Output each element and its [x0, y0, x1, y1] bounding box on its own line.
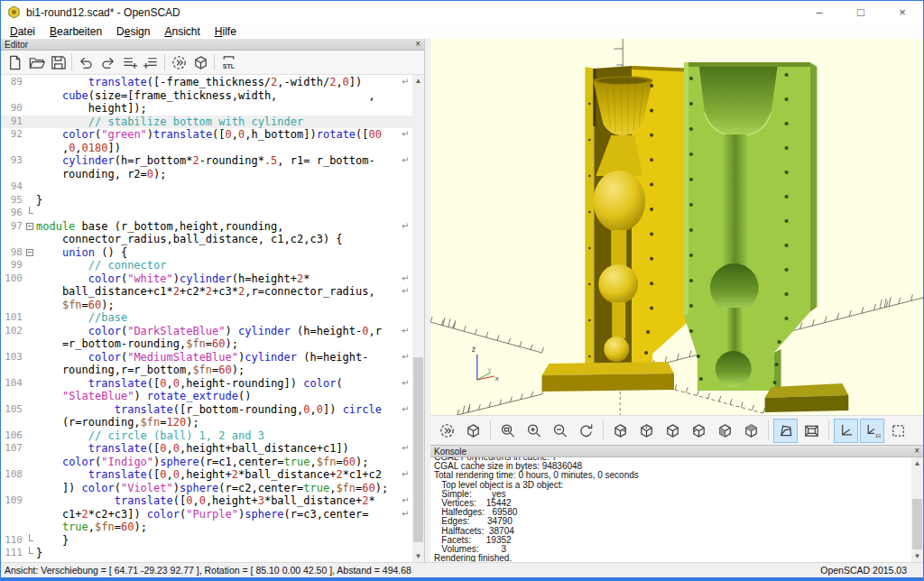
minimize-button[interactable]: – — [799, 1, 840, 23]
menu-design[interactable]: Design — [109, 25, 157, 38]
editor-panel-title: Editor — [5, 40, 28, 50]
right-column: z y x 10 Konsole × CGAL Polyhedrons in c… — [430, 39, 923, 562]
console-scroll-thumb[interactable] — [912, 499, 922, 549]
undo-button[interactable] — [75, 51, 97, 73]
editor-panel-header[interactable]: Editor × — [1, 39, 424, 51]
viewport-3d[interactable]: z y x — [430, 39, 923, 415]
zoom-in-button[interactable] — [522, 419, 546, 443]
view-bottom-button[interactable] — [661, 419, 685, 443]
zoom-out-button[interactable] — [548, 419, 572, 443]
editor-scroll-thumb[interactable] — [413, 357, 423, 542]
viewport-scene: z y x — [430, 39, 923, 415]
indent-button[interactable] — [140, 51, 162, 73]
scroll-up-icon[interactable]: ▲ — [911, 457, 923, 469]
render-button[interactable] — [461, 419, 485, 443]
menu-bearbeiten[interactable]: Bearbeiten — [42, 25, 109, 38]
maximize-button[interactable]: □ — [840, 1, 882, 23]
toolbar-separator — [828, 420, 829, 440]
wrap-indicator-icon — [402, 299, 412, 312]
view-front-button[interactable] — [713, 419, 737, 443]
fold-marker-icon[interactable]: − — [26, 249, 33, 256]
view-left-button[interactable] — [687, 419, 711, 443]
console-panel-header[interactable]: Konsole × — [430, 446, 923, 457]
reset-view-button[interactable] — [574, 419, 598, 443]
console-output[interactable]: CGAL Polyhedrons in cache: 7CGAL cache s… — [430, 457, 923, 562]
close-button[interactable]: × — [882, 1, 923, 23]
status-version: OpenSCAD 2015.03 — [820, 565, 919, 576]
preview-button[interactable] — [435, 419, 459, 443]
titlebar[interactable]: bi1-round12.scad* - OpenSCAD – □ × — [1, 1, 923, 23]
code-editor[interactable]: 89 translate([-frame_thickness/2,-width/… — [1, 75, 424, 562]
wrap-indicator-icon — [402, 534, 412, 548]
code-row: 98− union () { — [1, 246, 412, 260]
menu-datei[interactable]: Datei — [3, 25, 42, 38]
show-axes-button[interactable] — [834, 419, 858, 443]
openscad-logo-icon — [7, 5, 21, 19]
console-scrollbar[interactable]: ▲ ▼ — [911, 457, 923, 562]
fold-end-icon — [29, 547, 33, 554]
editor-close-icon[interactable]: × — [415, 40, 420, 49]
save-file-button[interactable] — [47, 51, 69, 73]
new-file-button[interactable] — [4, 51, 25, 73]
axis-x-label: x — [495, 374, 499, 383]
code-row: 97−module base (r_bottom,height,rounding… — [1, 220, 412, 234]
window-title: bi1-round12.scad* - OpenSCAD — [26, 6, 180, 19]
fold-marker-icon[interactable]: − — [26, 223, 33, 230]
console-close-icon[interactable]: × — [914, 447, 919, 456]
code-row: 95} — [1, 194, 412, 208]
view-top-button[interactable] — [634, 419, 659, 443]
code-row: 106 // circle (ball) 1, 2 and 3 — [1, 429, 412, 443]
wrap-indicator-icon — [402, 142, 412, 155]
code-row: ,0,0180]) — [1, 142, 412, 155]
unindent-button[interactable] — [118, 51, 140, 73]
scroll-down-icon[interactable]: ▼ — [911, 550, 923, 562]
show-scale-markers-button[interactable]: 10 — [860, 419, 884, 443]
preview-button[interactable] — [168, 51, 189, 73]
view-right-button[interactable] — [608, 419, 633, 443]
code-row: 105 translate([r_bottom-rounding,0,0]) c… — [1, 403, 412, 417]
axis-z-label: z — [472, 345, 476, 354]
wrap-indicator-icon: ↵ — [402, 508, 412, 521]
zoom-all-button[interactable] — [495, 419, 520, 443]
code-row: $fn=60); — [1, 299, 412, 312]
code-row: 111} — [1, 547, 412, 560]
orthogonal-button[interactable] — [799, 419, 824, 443]
scroll-up-icon[interactable]: ▲ — [412, 75, 424, 87]
window-border-bottom — [1, 577, 923, 580]
export-stl-button[interactable]: STL — [217, 51, 239, 73]
menu-ansicht[interactable]: Ansicht — [157, 25, 207, 38]
open-file-button[interactable] — [25, 51, 47, 73]
code-row: (r=rounding,$fn=120); — [1, 416, 412, 429]
menu-hilfe[interactable]: Hilfe — [208, 25, 244, 38]
redo-button[interactable] — [97, 51, 118, 73]
code-row: 102 color("DarkSlateBlue") cylinder (h=h… — [1, 325, 412, 338]
render-button[interactable] — [189, 51, 211, 73]
axis-y-label: y — [488, 366, 492, 374]
toolbar-separator — [71, 54, 72, 70]
wrap-indicator-icon — [402, 233, 412, 246]
code-row: 109 translate([0,0,height+3*ball_distanc… — [1, 494, 412, 508]
wrap-indicator-icon — [402, 207, 412, 220]
show-crosshairs-button[interactable] — [886, 419, 910, 443]
wrap-indicator-icon: ↵ — [402, 272, 412, 286]
code-row: rounding, r2=0); — [1, 168, 412, 181]
perspective-button[interactable] — [773, 419, 798, 443]
code-row: 91 // stabilize bottom with cylinder — [1, 115, 412, 129]
status-view-info: Ansicht: Verschiebung = [ 64.71 -29.23 9… — [5, 565, 411, 576]
wrap-indicator-icon: ↵ — [402, 154, 412, 168]
wrap-indicator-icon: ↵ — [402, 377, 412, 391]
editor-scrollbar[interactable]: ▲ ▼ — [412, 75, 424, 562]
code-row: c1+2*c2+c3]) color("Purple")sphere(r=c3,… — [1, 508, 412, 521]
statusbar: Ansicht: Verschiebung = [ 64.71 -29.23 9… — [1, 562, 923, 577]
wrap-indicator-icon — [402, 115, 412, 129]
view-back-button[interactable] — [739, 419, 763, 443]
menubar: DateiBearbeitenDesignAnsichtHilfe — [1, 23, 923, 39]
console-panel-title: Konsole — [434, 447, 467, 456]
svg-text:10: 10 — [875, 432, 881, 438]
code-row: 104 translate([0,0,height-rounding]) col… — [1, 377, 412, 391]
code-row: 103 color("MediumSlateBlue")cylinder (h=… — [1, 351, 412, 364]
yellow-positive-mold — [542, 66, 697, 392]
console-line: Rendering finished. — [434, 554, 923, 562]
code-row: 108 translate([0,0,height+2*ball_distanc… — [1, 468, 412, 482]
scroll-down-icon[interactable]: ▼ — [412, 550, 424, 562]
